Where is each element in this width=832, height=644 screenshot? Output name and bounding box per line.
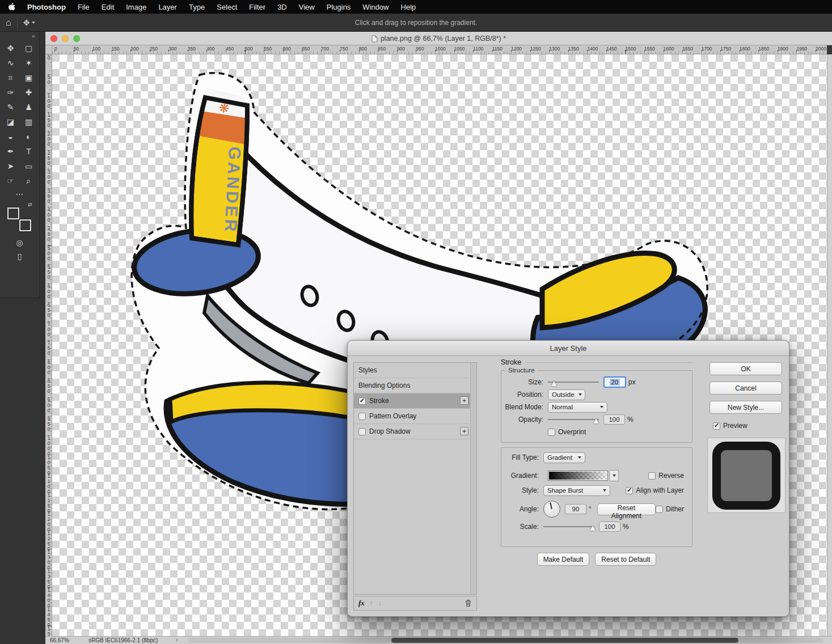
ruler-v-mark-450: 450 <box>45 226 52 242</box>
styles-list-scrollbar[interactable] <box>470 363 476 594</box>
gradient-swatch[interactable] <box>548 471 608 481</box>
menu-help[interactable]: Help <box>401 3 416 11</box>
add-stroke-button[interactable]: + <box>460 396 468 405</box>
lasso-tool[interactable]: ∿ <box>2 56 20 70</box>
move-tool[interactable]: ✥ <box>2 41 20 56</box>
dodge-tool[interactable]: ◐ <box>20 129 38 144</box>
color-swatches[interactable]: ⇄ <box>7 205 32 231</box>
foreground-color[interactable] <box>7 207 19 219</box>
gradient-picker-button[interactable] <box>609 470 619 481</box>
reverse-checkbox[interactable] <box>648 472 656 480</box>
zoom-tool[interactable]: ⌕ <box>20 173 38 188</box>
opacity-slider[interactable] <box>548 415 599 424</box>
type-tool[interactable]: T <box>20 144 38 159</box>
menu-type[interactable]: Type <box>189 3 205 11</box>
fill-type-select[interactable]: Gradient <box>543 452 585 463</box>
pen-tool[interactable]: ✒ <box>2 144 20 159</box>
apple-menu[interactable] <box>8 3 15 11</box>
menu-bar: PhotoshopFileEditImageLayerTypeSelectFil… <box>0 0 832 14</box>
move-effect-down-button[interactable]: ↓ <box>378 599 382 607</box>
screen-mode-icon[interactable]: ▯ <box>18 252 22 261</box>
healing-brush-tool[interactable]: ✚ <box>20 85 38 100</box>
clone-stamp-tool[interactable]: ♟ <box>20 100 38 115</box>
cancel-button[interactable]: Cancel <box>709 382 782 395</box>
horizontal-ruler[interactable]: 0501001502002503003504004505005506006507… <box>52 45 827 54</box>
size-input[interactable]: 20 <box>603 376 626 388</box>
scale-slider[interactable] <box>543 522 594 531</box>
quick-mask-icon[interactable]: ◎ <box>16 238 23 247</box>
position-select[interactable]: Outside <box>548 389 585 400</box>
ruler-h-mark-800: 800 <box>359 46 367 52</box>
gradient-tool[interactable]: ▥ <box>20 115 38 129</box>
path-selection-tool[interactable]: ➤ <box>2 159 20 173</box>
edit-toolbar-button[interactable]: ⋯ <box>0 189 39 198</box>
horizontal-scrollbar-thumb[interactable] <box>391 638 738 643</box>
menu-window[interactable]: Window <box>362 3 388 11</box>
hand-tool[interactable]: ☞ <box>2 173 20 188</box>
drop-shadow-checkbox[interactable] <box>358 428 366 435</box>
move-tool-preset[interactable]: ✥ <box>23 18 36 27</box>
gradient-style-select[interactable]: Shape Burst <box>543 485 610 496</box>
menu-select[interactable]: Select <box>217 3 237 11</box>
blend-mode-label: Blend Mode: <box>504 403 543 411</box>
crop-tool[interactable]: ⌗ <box>2 70 20 85</box>
horizontal-scrollbar[interactable] <box>188 638 823 643</box>
preview-checkbox[interactable] <box>713 422 720 430</box>
opacity-input[interactable]: 100 <box>603 414 625 425</box>
brush-tool[interactable]: ✎ <box>2 100 20 115</box>
menu-layer[interactable]: Layer <box>158 3 177 11</box>
menu-file[interactable]: File <box>78 3 90 11</box>
style-item-drop-shadow[interactable]: Drop Shadow+ <box>354 424 476 439</box>
style-item-styles[interactable]: Styles <box>354 363 476 378</box>
new-style-button[interactable]: New Style... <box>709 401 782 414</box>
zoom-level[interactable]: 66.67% <box>50 637 69 643</box>
stroke-checkbox[interactable] <box>358 397 366 405</box>
delete-effect-button[interactable] <box>464 599 472 607</box>
vertical-scrollbar[interactable] <box>827 54 832 636</box>
pattern-overlay-checkbox[interactable] <box>358 413 366 420</box>
status-chevron-icon[interactable]: › <box>176 637 178 643</box>
angle-dial[interactable] <box>543 501 560 518</box>
overprint-checkbox[interactable] <box>548 429 555 436</box>
dither-checkbox[interactable] <box>656 506 663 513</box>
collapse-panel-button[interactable]: « <box>32 32 35 39</box>
eraser-tool[interactable]: ◪ <box>2 115 20 129</box>
styles-list: StylesBlending OptionsStroke+Pattern Ove… <box>353 362 477 595</box>
style-item-pattern-overlay[interactable]: Pattern Overlay <box>354 409 476 424</box>
style-item-blending-options[interactable]: Blending Options <box>354 378 476 393</box>
dialog-title[interactable]: Layer Style <box>348 341 789 356</box>
move-effect-up-button[interactable]: ↑ <box>370 599 373 607</box>
menu-photoshop[interactable]: Photoshop <box>27 3 66 11</box>
scale-input[interactable]: 100 <box>599 522 620 532</box>
size-slider[interactable] <box>548 378 599 387</box>
menu-image[interactable]: Image <box>126 3 146 11</box>
home-icon[interactable]: ⌂ <box>6 18 11 28</box>
fx-icon[interactable]: fx <box>358 599 365 608</box>
angle-input[interactable]: 90 <box>565 504 586 514</box>
blur-tool[interactable]: ◒ <box>2 129 20 144</box>
menu-edit[interactable]: Edit <box>102 3 114 11</box>
add-drop-shadow-button[interactable]: + <box>460 427 468 435</box>
reset-to-default-button[interactable]: Reset to Default <box>595 553 656 566</box>
align-with-layer-checkbox[interactable] <box>626 487 633 494</box>
rectangular-marquee-tool[interactable]: ▢ <box>20 41 38 56</box>
make-default-button[interactable]: Make Default <box>537 553 590 566</box>
menu-filter[interactable]: Filter <box>249 3 265 11</box>
document-title-bar[interactable]: plane.png @ 66,7% (Layer 1, RGB/8*) * <box>45 32 832 45</box>
ruler-origin[interactable] <box>45 45 52 54</box>
swap-colors-icon[interactable]: ⇄ <box>28 202 32 207</box>
background-color[interactable] <box>19 219 31 231</box>
ruler-v-mark-1150: 1150 <box>45 493 52 513</box>
menu-view[interactable]: View <box>299 3 315 11</box>
menu-plugins[interactable]: Plugins <box>327 3 351 11</box>
reset-alignment-button[interactable]: Reset Alignment <box>597 503 656 515</box>
eyedropper-tool[interactable]: ✑ <box>2 85 20 100</box>
shape-tool[interactable]: ▭ <box>20 159 38 173</box>
vertical-ruler[interactable]: 0501001502002503003504004505005506006507… <box>45 54 52 636</box>
menu-3d[interactable]: 3D <box>277 3 287 11</box>
style-item-stroke[interactable]: Stroke+ <box>354 393 476 409</box>
magic-wand-tool[interactable]: ✶ <box>20 56 38 70</box>
frame-tool[interactable]: ▣ <box>20 70 38 85</box>
blend-mode-select[interactable]: Normal <box>548 402 607 413</box>
ok-button[interactable]: OK <box>709 362 782 375</box>
